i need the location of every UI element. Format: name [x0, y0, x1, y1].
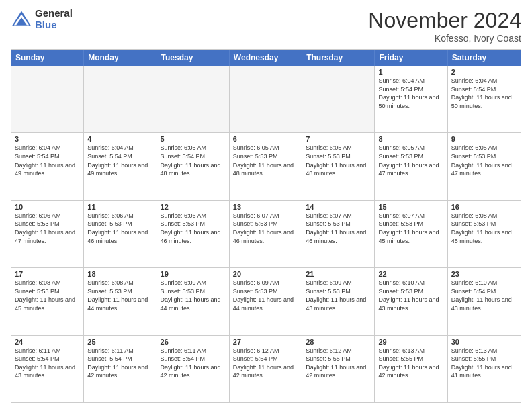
- calendar-cell: [11, 66, 84, 132]
- cell-info: Sunrise: 6:06 AMSunset: 5:53 PMDaylight:…: [161, 212, 226, 245]
- day-number: 27: [233, 338, 298, 346]
- day-number: 11: [87, 203, 152, 211]
- day-number: 10: [15, 203, 80, 211]
- calendar-cell: 29Sunrise: 6:13 AMSunset: 5:55 PMDayligh…: [375, 336, 447, 402]
- calendar-row: 17Sunrise: 6:08 AMSunset: 5:53 PMDayligh…: [11, 267, 521, 334]
- logo-blue: Blue: [35, 19, 57, 30]
- calendar-cell: 9Sunrise: 6:05 AMSunset: 5:53 PMDaylight…: [448, 133, 521, 199]
- day-number: 3: [15, 135, 80, 143]
- calendar-cell: 20Sunrise: 6:09 AMSunset: 5:53 PMDayligh…: [230, 268, 302, 334]
- calendar-cell: 13Sunrise: 6:07 AMSunset: 5:53 PMDayligh…: [230, 201, 302, 267]
- calendar: SundayMondayTuesdayWednesdayThursdayFrid…: [11, 49, 521, 403]
- weekday-header: Friday: [375, 50, 447, 66]
- cell-info: Sunrise: 6:11 AMSunset: 5:54 PMDaylight:…: [161, 347, 226, 380]
- calendar-cell: 10Sunrise: 6:06 AMSunset: 5:53 PMDayligh…: [11, 201, 84, 267]
- day-number: 18: [87, 270, 152, 278]
- cell-info: Sunrise: 6:10 AMSunset: 5:53 PMDaylight:…: [378, 279, 443, 312]
- cell-info: Sunrise: 6:09 AMSunset: 5:53 PMDaylight:…: [233, 279, 298, 312]
- day-number: 21: [306, 270, 371, 278]
- weekday-header: Tuesday: [157, 50, 230, 66]
- calendar-cell: 14Sunrise: 6:07 AMSunset: 5:53 PMDayligh…: [302, 201, 375, 267]
- calendar-row: 1Sunrise: 6:04 AMSunset: 5:54 PMDaylight…: [11, 66, 521, 132]
- calendar-cell: 11Sunrise: 6:06 AMSunset: 5:53 PMDayligh…: [84, 201, 157, 267]
- cell-info: Sunrise: 6:13 AMSunset: 5:55 PMDaylight:…: [451, 347, 517, 380]
- weekday-header: Wednesday: [230, 50, 302, 66]
- calendar-cell: 24Sunrise: 6:11 AMSunset: 5:54 PMDayligh…: [11, 336, 84, 402]
- calendar-cell: 4Sunrise: 6:04 AMSunset: 5:54 PMDaylight…: [84, 133, 157, 199]
- cell-info: Sunrise: 6:07 AMSunset: 5:53 PMDaylight:…: [306, 212, 371, 245]
- cell-info: Sunrise: 6:12 AMSunset: 5:54 PMDaylight:…: [233, 347, 298, 380]
- day-number: 1: [378, 68, 443, 76]
- day-number: 23: [451, 270, 517, 278]
- cell-info: Sunrise: 6:05 AMSunset: 5:53 PMDaylight:…: [233, 144, 298, 177]
- logo: General Blue: [11, 8, 73, 30]
- month-title: November 2024: [368, 8, 521, 33]
- calendar-cell: [230, 66, 302, 132]
- calendar-row: 24Sunrise: 6:11 AMSunset: 5:54 PMDayligh…: [11, 335, 521, 402]
- calendar-cell: 27Sunrise: 6:12 AMSunset: 5:54 PMDayligh…: [230, 336, 302, 402]
- day-number: 20: [233, 270, 298, 278]
- calendar-cell: 28Sunrise: 6:12 AMSunset: 5:55 PMDayligh…: [302, 336, 375, 402]
- cell-info: Sunrise: 6:06 AMSunset: 5:53 PMDaylight:…: [15, 212, 80, 245]
- calendar-row: 10Sunrise: 6:06 AMSunset: 5:53 PMDayligh…: [11, 200, 521, 267]
- day-number: 9: [451, 135, 517, 143]
- day-number: 2: [451, 68, 517, 76]
- cell-info: Sunrise: 6:08 AMSunset: 5:53 PMDaylight:…: [15, 279, 80, 312]
- calendar-cell: 5Sunrise: 6:05 AMSunset: 5:54 PMDaylight…: [157, 133, 230, 199]
- calendar-cell: 26Sunrise: 6:11 AMSunset: 5:54 PMDayligh…: [157, 336, 230, 402]
- calendar-cell: 18Sunrise: 6:08 AMSunset: 5:53 PMDayligh…: [84, 268, 157, 334]
- page: General Blue November 2024 Kofesso, Ivor…: [0, 0, 532, 411]
- calendar-cell: 25Sunrise: 6:11 AMSunset: 5:54 PMDayligh…: [84, 336, 157, 402]
- cell-info: Sunrise: 6:05 AMSunset: 5:53 PMDaylight:…: [451, 144, 517, 177]
- cell-info: Sunrise: 6:06 AMSunset: 5:53 PMDaylight:…: [87, 212, 152, 245]
- location: Kofesso, Ivory Coast: [368, 33, 521, 44]
- cell-info: Sunrise: 6:10 AMSunset: 5:54 PMDaylight:…: [451, 279, 517, 312]
- day-number: 16: [451, 203, 517, 211]
- cell-info: Sunrise: 6:05 AMSunset: 5:54 PMDaylight:…: [161, 144, 226, 177]
- calendar-cell: 7Sunrise: 6:05 AMSunset: 5:53 PMDaylight…: [302, 133, 375, 199]
- calendar-cell: 12Sunrise: 6:06 AMSunset: 5:53 PMDayligh…: [157, 201, 230, 267]
- day-number: 29: [378, 338, 443, 346]
- calendar-cell: 21Sunrise: 6:09 AMSunset: 5:53 PMDayligh…: [302, 268, 375, 334]
- calendar-body: 1Sunrise: 6:04 AMSunset: 5:54 PMDaylight…: [11, 66, 521, 402]
- cell-info: Sunrise: 6:05 AMSunset: 5:53 PMDaylight:…: [306, 144, 371, 177]
- calendar-cell: 6Sunrise: 6:05 AMSunset: 5:53 PMDaylight…: [230, 133, 302, 199]
- calendar-row: 3Sunrise: 6:04 AMSunset: 5:54 PMDaylight…: [11, 132, 521, 199]
- weekday-header: Thursday: [302, 50, 375, 66]
- calendar-cell: [302, 66, 375, 132]
- day-number: 19: [161, 270, 226, 278]
- day-number: 25: [87, 338, 152, 346]
- calendar-cell: 1Sunrise: 6:04 AMSunset: 5:54 PMDaylight…: [375, 66, 447, 132]
- cell-info: Sunrise: 6:11 AMSunset: 5:54 PMDaylight:…: [87, 347, 152, 380]
- cell-info: Sunrise: 6:11 AMSunset: 5:54 PMDaylight:…: [15, 347, 80, 380]
- header: General Blue November 2024 Kofesso, Ivor…: [11, 8, 521, 44]
- day-number: 14: [306, 203, 371, 211]
- calendar-cell: 22Sunrise: 6:10 AMSunset: 5:53 PMDayligh…: [375, 268, 447, 334]
- day-number: 28: [306, 338, 371, 346]
- cell-info: Sunrise: 6:08 AMSunset: 5:53 PMDaylight:…: [87, 279, 152, 312]
- calendar-cell: 3Sunrise: 6:04 AMSunset: 5:54 PMDaylight…: [11, 133, 84, 199]
- day-number: 4: [87, 135, 152, 143]
- calendar-cell: 8Sunrise: 6:05 AMSunset: 5:53 PMDaylight…: [375, 133, 447, 199]
- day-number: 26: [161, 338, 226, 346]
- day-number: 30: [451, 338, 517, 346]
- calendar-cell: [157, 66, 230, 132]
- calendar-cell: 16Sunrise: 6:08 AMSunset: 5:53 PMDayligh…: [448, 201, 521, 267]
- cell-info: Sunrise: 6:04 AMSunset: 5:54 PMDaylight:…: [451, 77, 517, 110]
- day-number: 24: [15, 338, 80, 346]
- cell-info: Sunrise: 6:09 AMSunset: 5:53 PMDaylight:…: [306, 279, 371, 312]
- cell-info: Sunrise: 6:07 AMSunset: 5:53 PMDaylight:…: [233, 212, 298, 245]
- cell-info: Sunrise: 6:09 AMSunset: 5:53 PMDaylight:…: [161, 279, 226, 312]
- day-number: 8: [378, 135, 443, 143]
- calendar-cell: 30Sunrise: 6:13 AMSunset: 5:55 PMDayligh…: [448, 336, 521, 402]
- day-number: 7: [306, 135, 371, 143]
- cell-info: Sunrise: 6:12 AMSunset: 5:55 PMDaylight:…: [306, 347, 371, 380]
- day-number: 17: [15, 270, 80, 278]
- cell-info: Sunrise: 6:13 AMSunset: 5:55 PMDaylight:…: [378, 347, 443, 380]
- logo-icon: [11, 10, 32, 29]
- cell-info: Sunrise: 6:04 AMSunset: 5:54 PMDaylight:…: [378, 77, 443, 110]
- title-block: November 2024 Kofesso, Ivory Coast: [368, 8, 521, 44]
- calendar-cell: 19Sunrise: 6:09 AMSunset: 5:53 PMDayligh…: [157, 268, 230, 334]
- weekday-header: Saturday: [448, 50, 521, 66]
- weekday-header: Monday: [84, 50, 157, 66]
